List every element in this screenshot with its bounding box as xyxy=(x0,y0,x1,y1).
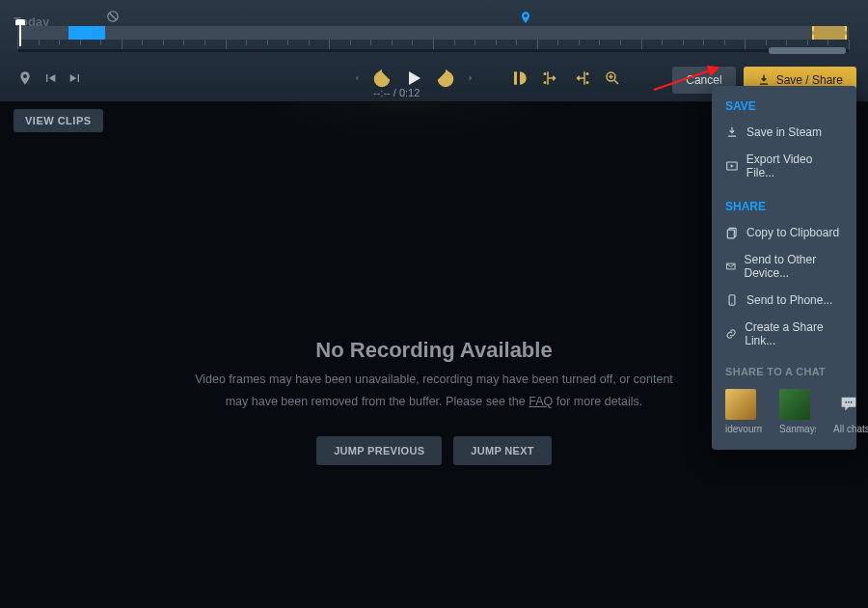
svg-point-4 xyxy=(544,72,547,75)
timeline-scrubber-handle[interactable] xyxy=(769,47,846,54)
copy-clipboard-label: Copy to Clipboard xyxy=(746,226,839,239)
svg-point-16 xyxy=(848,401,850,403)
chat-target[interactable]: idevourm xyxy=(725,389,762,434)
save-in-steam-label: Save in Steam xyxy=(746,125,822,139)
timeline-track[interactable] xyxy=(17,26,849,40)
prev-clip-icon[interactable] xyxy=(42,70,58,90)
svg-point-5 xyxy=(544,81,547,84)
copy-clipboard-item[interactable]: Copy to Clipboard xyxy=(712,219,856,246)
dropdown-save-header: SAVE xyxy=(712,96,856,119)
faq-link[interactable]: FAQ xyxy=(529,395,553,408)
split-end-icon[interactable] xyxy=(573,69,590,91)
svg-line-1 xyxy=(110,14,117,20)
split-start-icon[interactable] xyxy=(542,69,559,91)
svg-point-17 xyxy=(851,401,853,403)
svg-point-14 xyxy=(731,303,732,304)
svg-rect-11 xyxy=(727,230,734,238)
share-chat-header: SHARE TO A CHAT xyxy=(712,354,856,385)
svg-point-7 xyxy=(586,81,589,84)
download-icon xyxy=(757,73,771,87)
playback-time: --:-- / 0:12 xyxy=(373,87,420,98)
step-back-icon[interactable] xyxy=(352,71,362,89)
view-clips-button[interactable]: VIEW CLIPS xyxy=(14,109,103,132)
empty-line2-b: for more details. xyxy=(553,395,642,408)
phone-icon xyxy=(725,293,739,307)
avatar xyxy=(725,389,756,420)
bg-vignette xyxy=(241,101,569,140)
zoom-in-icon[interactable] xyxy=(604,69,621,91)
send-device-label: Send to Other Device... xyxy=(745,253,844,280)
timeline-scrubber-track[interactable] xyxy=(17,49,849,52)
jump-previous-button[interactable]: JUMP PREVIOUS xyxy=(316,436,442,465)
no-entry-marker-icon xyxy=(106,10,120,27)
export-video-label: Export Video File... xyxy=(746,152,843,180)
chat-all-icon xyxy=(833,389,864,420)
timeline-segment-recorded[interactable] xyxy=(68,26,105,40)
send-device-item[interactable]: Send to Other Device... xyxy=(712,246,856,287)
film-icon xyxy=(725,159,739,173)
svg-point-6 xyxy=(586,72,589,75)
envelope-icon xyxy=(725,260,737,273)
svg-text:10: 10 xyxy=(378,75,386,82)
trim-start-icon[interactable] xyxy=(511,69,529,91)
next-clip-icon[interactable] xyxy=(68,70,83,90)
save-share-label: Save / Share xyxy=(776,73,843,87)
clipboard-icon xyxy=(725,226,739,239)
dropdown-share-header: SHARE xyxy=(712,196,856,219)
download-icon xyxy=(725,125,739,139)
share-link-label: Create a Share Link... xyxy=(745,320,843,347)
avatar xyxy=(779,389,810,420)
svg-text:10: 10 xyxy=(442,75,449,82)
chat-target[interactable]: Sanmays xyxy=(779,389,816,434)
save-share-dropdown: SAVE Save in Steam Export Video File... … xyxy=(712,86,856,450)
save-in-steam-item[interactable]: Save in Steam xyxy=(712,119,856,146)
share-link-item[interactable]: Create a Share Link... xyxy=(712,314,856,354)
jump-next-button[interactable]: JUMP NEXT xyxy=(453,436,551,465)
chat-target-all[interactable]: All chats xyxy=(833,389,868,434)
step-forward-icon[interactable] xyxy=(466,71,475,89)
timeline-segment-selected[interactable] xyxy=(812,26,847,40)
chat-name: All chats xyxy=(833,424,868,434)
svg-point-15 xyxy=(845,401,847,403)
chat-name: idevourm xyxy=(725,424,762,434)
send-phone-label: Send to Phone... xyxy=(746,293,832,307)
send-phone-item[interactable]: Send to Phone... xyxy=(712,287,856,314)
timeline-ticks xyxy=(17,40,849,45)
link-icon xyxy=(725,327,737,341)
chat-name: Sanmays xyxy=(779,424,816,434)
forward-10-icon[interactable]: 10 xyxy=(435,68,456,93)
map-pin-icon[interactable] xyxy=(17,70,33,90)
empty-line2-a: may have been removed from the buffer. P… xyxy=(226,395,529,408)
export-video-item[interactable]: Export Video File... xyxy=(712,146,856,186)
